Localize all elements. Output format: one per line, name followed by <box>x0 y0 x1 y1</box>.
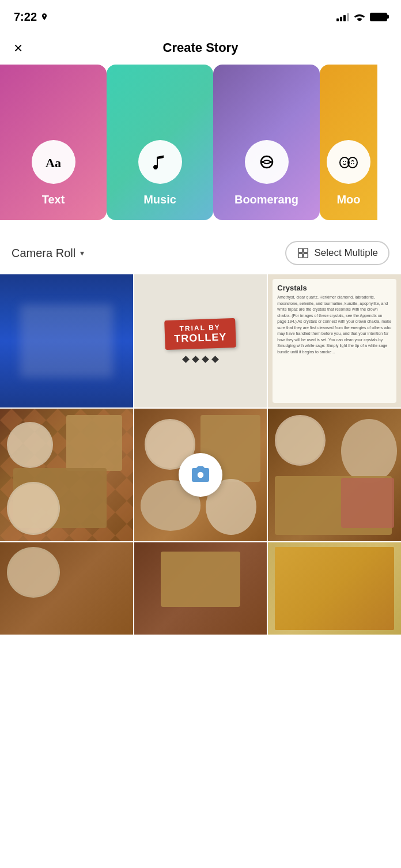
photo-2[interactable]: TRIAL BY TROLLEY <box>134 274 267 407</box>
svg-point-6 <box>343 161 344 162</box>
music-icon-circle <box>138 140 182 184</box>
select-multiple-icon <box>297 247 309 259</box>
svg-rect-13 <box>304 254 308 258</box>
photo-9[interactable] <box>268 542 401 635</box>
story-cards-scroll[interactable]: Aa Text Music Boomerang <box>0 65 401 232</box>
story-card-text[interactable]: Aa Text <box>0 65 107 220</box>
photo-6[interactable] <box>268 409 401 542</box>
svg-point-8 <box>351 163 352 164</box>
wifi-icon <box>354 13 365 21</box>
diamond-icon <box>211 356 219 363</box>
text-icon: Aa <box>43 151 65 173</box>
header: × Create Story <box>0 31 401 65</box>
svg-rect-10 <box>298 248 302 252</box>
location-icon <box>40 13 48 21</box>
text-card-label: Text <box>42 193 65 206</box>
camera-roll-label: Camera Roll <box>12 247 75 260</box>
camera-icon <box>190 465 211 485</box>
diamond-icon <box>192 356 199 363</box>
svg-rect-11 <box>304 248 308 252</box>
photo-1[interactable] <box>0 274 133 407</box>
photo-grid: TRIAL BY TROLLEY Crystals Amethyst, clea… <box>0 274 401 635</box>
svg-text:Aa: Aa <box>46 156 61 170</box>
diamond-icon <box>202 356 209 363</box>
page-title: Create Story <box>163 40 239 55</box>
book-title: Crystals <box>277 284 392 292</box>
moo-icon <box>338 151 360 173</box>
status-bar: 7:22 <box>0 0 401 31</box>
story-card-music[interactable]: Music <box>107 65 213 220</box>
svg-point-9 <box>353 163 354 164</box>
select-multiple-button[interactable]: Select Multiple <box>285 241 389 265</box>
camera-roll-selector[interactable]: Camera Roll ▾ <box>12 247 84 260</box>
moo-icon-circle <box>327 140 370 184</box>
story-card-boomerang[interactable]: Boomerang <box>213 65 320 220</box>
boomerang-card-label: Boomerang <box>234 193 298 206</box>
photo-4[interactable] <box>0 409 133 542</box>
book-text: Amethyst, clear quartz, Herkimer diamond… <box>277 295 392 355</box>
boomerang-icon <box>256 151 278 173</box>
diamond-icon <box>182 356 190 363</box>
battery-icon <box>370 13 387 21</box>
photo-8[interactable] <box>134 542 267 635</box>
moo-card-label: Moo <box>336 193 360 206</box>
svg-point-7 <box>345 161 346 162</box>
close-button[interactable]: × <box>14 40 22 55</box>
select-multiple-label: Select Multiple <box>314 247 378 259</box>
boomerang-icon-circle <box>245 140 289 184</box>
signal-icon <box>336 12 349 21</box>
story-card-moo[interactable]: Moo <box>320 65 377 220</box>
time-display: 7:22 <box>14 10 37 24</box>
status-time: 7:22 <box>14 10 48 24</box>
music-icon <box>149 151 171 173</box>
music-card-label: Music <box>143 193 176 206</box>
camera-roll-bar: Camera Roll ▾ Select Multiple <box>0 232 401 274</box>
camera-button[interactable] <box>179 453 222 497</box>
photo-7[interactable] <box>0 542 133 635</box>
chevron-down-icon: ▾ <box>80 248 84 258</box>
photo-3[interactable]: Crystals Amethyst, clear quartz, Herkime… <box>268 274 401 407</box>
photo-5[interactable] <box>134 409 267 542</box>
trolley-line2: TROLLEY <box>174 331 227 345</box>
text-icon-circle: Aa <box>32 140 75 184</box>
status-icons <box>336 12 387 21</box>
svg-rect-12 <box>298 254 302 258</box>
